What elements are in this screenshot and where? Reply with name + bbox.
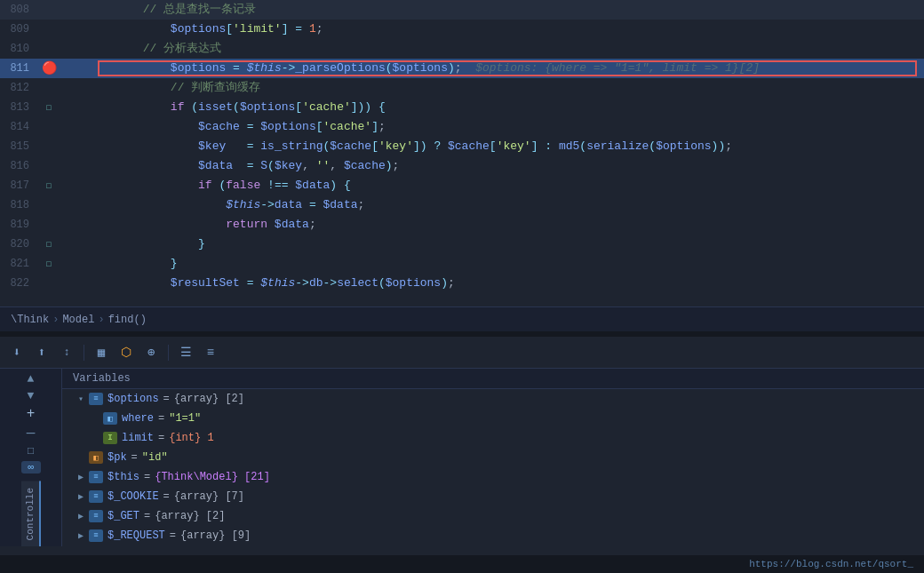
- code-lines: 808 // 总是查找一条记录809 $options['limit'] = 1…: [0, 0, 924, 293]
- line-number: 821: [0, 254, 40, 274]
- line-content: $resultSet = $this->db->select($options)…: [58, 274, 924, 293]
- up-arrow-btn[interactable]: ▲: [21, 372, 41, 386]
- line-content: $options = $this->_parseOptions($options…: [58, 59, 924, 78]
- variables-section: ▲ ▼ + — □ ∞ Controlle Variables ▾≡$optio…: [0, 369, 924, 546]
- debug-area: ⬇ ⬆ ↕ ▦ ⬡ ⊕ ☰ ≡ ▲ ▼ + — □ ∞ Controlle Va…: [0, 337, 924, 546]
- code-line-808: 808 // 总是查找一条记录: [0, 0, 924, 20]
- var-toggle[interactable]: ▶: [75, 491, 87, 502]
- var-value: "1=1": [169, 412, 201, 425]
- line-content: $data = S($key, '', $cache);: [58, 156, 924, 176]
- var-item[interactable]: ▾≡$options = {array} [2]: [62, 389, 924, 409]
- var-item[interactable]: ▶≡$_REQUEST = {array} [9]: [62, 526, 924, 545]
- watch-icon[interactable]: ⬡: [116, 343, 136, 362]
- var-name: limit: [122, 432, 154, 444]
- line-content: $options['limit'] = 1;: [58, 20, 924, 39]
- download-icon[interactable]: ⬇: [7, 343, 27, 362]
- code-line-814: 814 $cache = $options['cache'];: [0, 117, 924, 137]
- fold-icon[interactable]: ◻: [40, 98, 58, 117]
- var-value: {int} 1: [169, 432, 213, 444]
- line-content: }: [58, 254, 924, 274]
- line-content: $key = is_string($cache['key']) ? $cache…: [58, 137, 924, 156]
- add-watch-icon[interactable]: ⊕: [141, 343, 161, 362]
- var-type-icon: ≡: [89, 471, 103, 483]
- code-line-816: 816 $data = S($key, '', $cache);: [0, 156, 924, 176]
- table-icon[interactable]: ▦: [92, 343, 111, 362]
- status-url[interactable]: https://blog.csdn.net/qsort_: [749, 559, 913, 569]
- line-content: if (isset($options['cache'])) {: [58, 98, 924, 117]
- line-number: 811: [0, 59, 40, 78]
- fold-icon[interactable]: ◻: [40, 235, 58, 254]
- var-type-icon: ◧: [89, 451, 103, 464]
- breadcrumb-item: \Think: [11, 314, 49, 326]
- code-line-820: 820◻ }: [0, 235, 924, 254]
- code-line-819: 819 return $data;: [0, 215, 924, 235]
- var-equals: =: [158, 432, 164, 444]
- var-item[interactable]: ▶≡$_GET = {array} [2]: [62, 506, 924, 526]
- line-number: 819: [0, 215, 40, 235]
- fold-icon[interactable]: ◻: [40, 254, 58, 274]
- line-number: 808: [0, 0, 40, 20]
- var-value: {array} [7]: [174, 490, 244, 503]
- swap-icon[interactable]: ↕: [57, 343, 76, 362]
- var-name: $_COOKIE: [108, 490, 159, 503]
- breadcrumb-sep: ›: [52, 314, 59, 326]
- var-name: where: [122, 412, 154, 425]
- debug-toolbar: ⬇ ⬆ ↕ ▦ ⬡ ⊕ ☰ ≡: [0, 337, 924, 369]
- var-toggle[interactable]: ▾: [75, 394, 87, 404]
- add-btn[interactable]: +: [21, 406, 41, 422]
- line-content: if (false !== $data) {: [58, 176, 924, 195]
- breadcrumb-item: find(): [108, 314, 147, 326]
- code-line-821: 821◻ }: [0, 254, 924, 274]
- line-content: // 分析表达式: [58, 39, 924, 59]
- infinity-btn[interactable]: ∞: [21, 461, 41, 474]
- var-item[interactable]: ▶≡$_SERVER = {array} [81]: [62, 545, 924, 546]
- var-value: "id": [142, 451, 168, 464]
- controller-tab[interactable]: Controlle: [21, 481, 41, 546]
- var-item[interactable]: ◧where = "1=1": [62, 409, 924, 428]
- var-equals: =: [158, 412, 164, 425]
- var-toggle[interactable]: ▶: [75, 530, 87, 541]
- var-item[interactable]: ◧$pk = "id": [62, 448, 924, 467]
- code-line-822: 822 $resultSet = $this->db->select($opti…: [0, 274, 924, 293]
- line-number: 810: [0, 39, 40, 59]
- variables-content[interactable]: ▾≡$options = {array} [2]◧where = "1=1"Il…: [62, 389, 924, 546]
- upload-icon[interactable]: ⬆: [32, 343, 52, 362]
- code-line-809: 809 $options['limit'] = 1;: [0, 20, 924, 39]
- line-number: 817: [0, 176, 40, 195]
- var-toggle[interactable]: ▶: [75, 511, 87, 521]
- breakpoint-icon[interactable]: 🔴: [40, 59, 58, 79]
- var-type-icon: ◧: [103, 412, 117, 425]
- var-type-icon: ≡: [89, 490, 103, 503]
- code-line-812: 812 // 判断查询缓存: [0, 78, 924, 98]
- var-toggle[interactable]: ▶: [75, 472, 87, 482]
- code-line-811: 811🔴 $options = $this->_parseOptions($op…: [0, 59, 924, 78]
- list-icon[interactable]: ☰: [176, 343, 195, 362]
- minus-btn[interactable]: —: [21, 426, 41, 442]
- var-type-icon: ≡: [89, 510, 103, 522]
- var-item[interactable]: Ilimit = {int} 1: [62, 428, 924, 448]
- fold-icon[interactable]: ◻: [40, 176, 58, 195]
- down-arrow-btn[interactable]: ▼: [21, 389, 41, 402]
- var-name: $this: [108, 471, 139, 483]
- var-type-icon: ≡: [89, 393, 103, 405]
- toolbar-separator-2: [168, 345, 169, 361]
- line-content: }: [58, 235, 924, 254]
- indent-icon[interactable]: ≡: [201, 343, 220, 362]
- square-btn[interactable]: □: [21, 445, 41, 458]
- line-number: 822: [0, 274, 40, 293]
- code-editor: 808 // 总是查找一条记录809 $options['limit'] = 1…: [0, 0, 924, 306]
- var-name: $_GET: [108, 510, 139, 522]
- code-line-810: 810 // 分析表达式: [0, 39, 924, 59]
- breadcrumb-sep: ›: [98, 314, 104, 326]
- variables-header: Variables: [62, 369, 924, 389]
- breadcrumb: \Think › Model › find(): [0, 306, 924, 331]
- var-item[interactable]: ▶≡$_COOKIE = {array} [7]: [62, 487, 924, 506]
- code-line-817: 817◻ if (false !== $data) {: [0, 176, 924, 195]
- var-equals: =: [144, 471, 150, 483]
- var-equals: =: [170, 529, 176, 542]
- line-number: 813: [0, 98, 40, 117]
- var-value: {array} [2]: [155, 510, 225, 522]
- var-item[interactable]: ▶≡$this = {Think\Model} [21]: [62, 467, 924, 487]
- line-content: $cache = $options['cache'];: [58, 117, 924, 137]
- line-content: return $data;: [58, 215, 924, 235]
